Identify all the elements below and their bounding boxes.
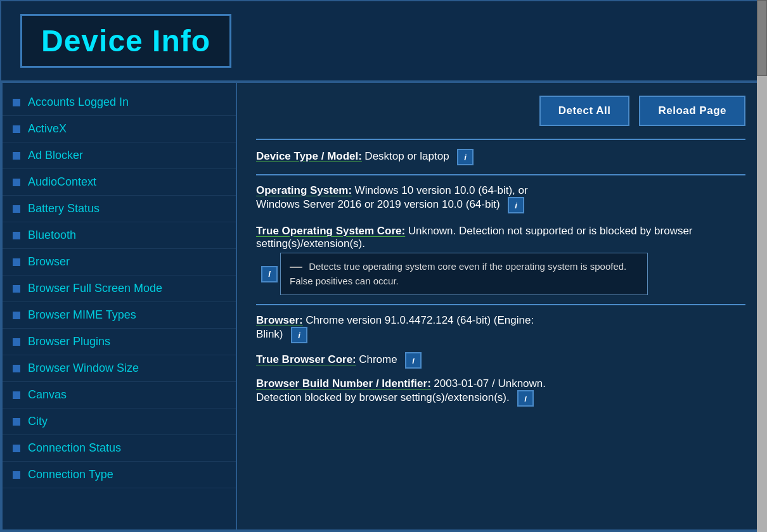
browser-build-row: Browser Build Number / Identifier: 2003-… [256,377,745,407]
sidebar-bullet [13,338,20,346]
device-type-value-text: Desktop or laptop [364,150,449,162]
sidebar-item-label: Browser MIME Types [28,308,136,322]
sidebar-bullet [13,418,20,426]
os-label: Operating System: [256,184,352,196]
main-layout: Accounts Logged In ActiveX Ad Blocker Au… [1,82,766,531]
sidebar-item-connection-status[interactable]: Connection Status [3,435,236,462]
browser-build-label: Browser Build Number / Identifier: [256,377,431,390]
sidebar-bullet [13,391,20,399]
sidebar-bullet [13,471,20,479]
sidebar-item-accounts-logged-in[interactable]: Accounts Logged In [3,89,236,116]
sidebar-item-browser[interactable]: Browser [3,249,236,276]
sidebar-item-label: Battery Status [28,202,100,215]
sidebar-item-label: AudioContext [28,175,96,189]
page-wrapper: Device Info Accounts Logged In ActiveX A… [0,0,767,532]
sidebar-item-label: Browser Window Size [28,362,139,375]
header: Device Info [1,1,766,82]
content-area: Detect All Reload Page Device Type / Mod… [237,83,764,529]
scrollbar-thumb[interactable] [757,0,767,76]
sidebar-item-label: Connection Status [28,441,121,455]
sidebar-item-label: Ad Blocker [28,149,83,162]
true-browser-core-value: Chrome [359,353,397,365]
device-type-info-button[interactable]: i [457,149,474,165]
sidebar-item-connection-type[interactable]: Connection Type [3,462,236,488]
sidebar-bullet [13,179,20,186]
sidebar-item-browser-full-screen[interactable]: Browser Full Screen Mode [3,276,236,302]
sidebar-item-label: Browser [28,255,70,269]
sidebar: Accounts Logged In ActiveX Ad Blocker Au… [3,83,237,529]
divider-1 [256,139,745,140]
sidebar-item-label: Bluetooth [28,229,76,242]
sidebar-bullet [13,99,20,106]
true-os-core-tooltip-row: i Detects true operating system core eve… [256,253,745,295]
divider-3 [256,304,745,305]
sidebar-bullet [13,312,20,319]
sidebar-bullet [13,152,20,160]
sidebar-bullet [13,125,20,133]
true-browser-core-row: True Browser Core: Chrome i [256,352,745,369]
scrollbar-track[interactable] [757,0,767,532]
page-title: Device Info [41,24,210,58]
sidebar-item-label: ActiveX [28,122,67,136]
true-os-core-tooltip: Detects true operating system core even … [280,253,648,295]
sidebar-item-bluetooth[interactable]: Bluetooth [3,222,236,249]
header-title-box: Device Info [20,14,231,68]
true-browser-core-label: True Browser Core: [256,353,356,365]
sidebar-item-city[interactable]: City [3,408,236,435]
os-value: Windows 10 version 10.0 (64-bit), or [355,184,528,196]
true-os-core-info-button[interactable]: i [261,266,278,282]
browser-value: Chrome version 91.0.4472.124 (64-bit) (E… [306,314,534,326]
true-os-core-section: True Operating System Core: Unknown. Det… [256,225,745,295]
browser-label: Browser: [256,314,303,326]
browser-row: Browser: Chrome version 91.0.4472.124 (6… [256,314,745,343]
sidebar-bullet [13,232,20,239]
tooltip-text: Detects true operating system core even … [290,261,626,286]
os-value-line2: Windows Server 2016 or 2019 version 10.0… [256,198,500,210]
sidebar-item-audiocontext[interactable]: AudioContext [3,169,236,196]
browser-info-button[interactable]: i [291,327,307,343]
true-os-core-label: True Operating System Core: [256,225,405,237]
tooltip-dash [290,267,302,268]
sidebar-item-label: Browser Full Screen Mode [28,282,162,295]
detect-all-button[interactable]: Detect All [539,96,630,126]
sidebar-item-canvas[interactable]: Canvas [3,382,236,408]
sidebar-bullet [13,445,20,452]
browser-value-line2: Blink) [256,328,283,340]
sidebar-bullet [13,258,20,266]
device-type-label: Device Type / Model: [256,150,362,162]
divider-2 [256,174,745,175]
sidebar-item-browser-plugins[interactable]: Browser Plugins [3,329,236,355]
browser-build-info-button[interactable]: i [517,390,534,407]
sidebar-item-battery-status[interactable]: Battery Status [3,196,236,222]
sidebar-item-ad-blocker[interactable]: Ad Blocker [3,142,236,169]
buttons-row: Detect All Reload Page [256,96,745,126]
sidebar-item-browser-window-size[interactable]: Browser Window Size [3,355,236,382]
device-type-row: Device Type / Model: Desktop or laptop i [256,149,745,165]
true-browser-core-info-button[interactable]: i [405,352,422,369]
sidebar-bullet [13,205,20,213]
sidebar-bullet [13,365,20,372]
sidebar-item-label: Accounts Logged In [28,96,129,109]
browser-build-value: 2003-01-07 / Unknown. [434,377,546,390]
sidebar-item-browser-mime-types[interactable]: Browser MIME Types [3,302,236,329]
sidebar-item-label: Canvas [28,388,67,402]
operating-system-row: Operating System: Windows 10 version 10.… [256,184,745,213]
os-info-button[interactable]: i [508,197,524,213]
sidebar-item-label: Connection Type [28,468,113,481]
sidebar-bullet [13,285,20,293]
sidebar-item-activex[interactable]: ActiveX [3,116,236,142]
sidebar-item-label: Browser Plugins [28,335,110,348]
reload-page-button[interactable]: Reload Page [639,96,745,126]
sidebar-item-label: City [28,415,48,428]
browser-build-value-line2: Detection blocked by browser setting(s)/… [256,391,510,403]
